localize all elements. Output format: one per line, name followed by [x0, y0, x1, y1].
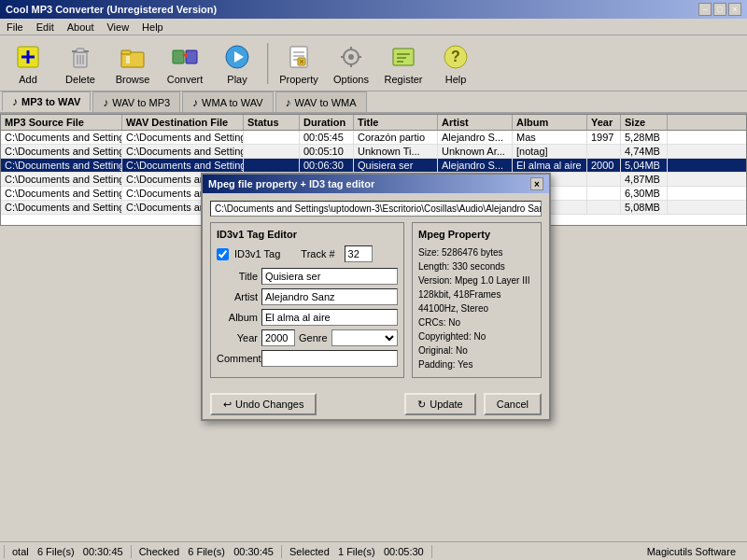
update-label: Update	[430, 399, 462, 410]
update-button[interactable]: ↻ Update	[404, 393, 475, 415]
selected-duration: 00:05:30	[384, 546, 424, 557]
mpeg-info: Size: 5286476 bytes Length: 330 seconds …	[418, 245, 535, 371]
cancel-label: Cancel	[497, 399, 529, 410]
status-total: otal 6 File(s) 00:30:45	[4, 545, 132, 558]
id3-year-genre-row: Year Genre	[217, 329, 398, 346]
dialog-buttons: ↩ Undo Changes ↻ Update Cancel	[203, 385, 549, 419]
dialog-title-text: Mpeg file property + ID3 tag editor	[208, 178, 374, 189]
id3-year-label: Year	[217, 332, 258, 343]
mpeg-property-dialog: Mpeg file property + ID3 tag editor × C:…	[201, 173, 551, 421]
id3-artist-input[interactable]	[261, 288, 398, 305]
dialog-title-bar: Mpeg file property + ID3 tag editor ×	[203, 175, 549, 193]
id3-checkbox-label: ID3v1 Tag	[234, 248, 280, 259]
mpeg-panel: Mpeg Property Size: 5286476 bytes Length…	[412, 222, 542, 378]
dialog-body: C:\Documents and Settings\uptodown-3\Esc…	[203, 193, 549, 385]
undo-icon: ↩	[223, 399, 232, 411]
brand-text: Magicutils Software	[647, 546, 736, 557]
cancel-button[interactable]: Cancel	[484, 393, 542, 415]
id3-genre-select[interactable]	[331, 329, 398, 346]
checked-files: 6 File(s)	[188, 546, 225, 557]
id3-comment-input[interactable]	[261, 350, 398, 367]
id3-track-label: Track #	[301, 248, 334, 259]
id3-album-row: Album	[217, 309, 398, 326]
total-files: 6 File(s)	[37, 546, 75, 557]
id3-album-label: Album	[217, 312, 258, 323]
id3-genre-label: Genre	[299, 332, 328, 343]
id3-album-input[interactable]	[261, 309, 398, 326]
id3-checkbox[interactable]	[217, 248, 229, 260]
status-brand: Magicutils Software	[647, 546, 743, 557]
status-checked: Checked 6 File(s) 00:30:45	[132, 545, 282, 558]
dialog-path: C:\Documents and Settings\uptodown-3\Esc…	[210, 201, 542, 217]
id3-title-label: Title	[217, 271, 258, 282]
id3-track-input[interactable]	[345, 245, 373, 262]
id3-year-input[interactable]	[261, 329, 295, 346]
total-duration: 00:30:45	[83, 546, 123, 557]
id3-checkbox-row: ID3v1 Tag Track #	[217, 245, 398, 262]
id3-comment-row: Comment	[217, 350, 398, 367]
checked-duration: 00:30:45	[233, 546, 274, 557]
id3-title-row: Title	[217, 268, 398, 285]
selected-label: Selected	[289, 546, 330, 557]
checked-label: Checked	[139, 546, 179, 557]
dialog-overlay: Mpeg file property + ID3 tag editor × C:…	[0, 0, 747, 560]
id3-artist-label: Artist	[217, 291, 258, 302]
dialog-close-button[interactable]: ×	[530, 177, 543, 190]
undo-label: Undo Changes	[235, 399, 303, 410]
selected-files: 1 File(s)	[338, 546, 375, 557]
status-bar: otal 6 File(s) 00:30:45 Checked 6 File(s…	[0, 541, 747, 560]
status-selected: Selected 1 File(s) 00:05:30	[282, 545, 432, 558]
id3-panel-title: ID3v1 Tag Editor	[217, 229, 398, 240]
undo-button[interactable]: ↩ Undo Changes	[210, 393, 317, 415]
id3-comment-label: Comment	[217, 353, 258, 364]
total-label: otal	[12, 546, 29, 557]
mpeg-panel-title: Mpeg Property	[418, 229, 535, 240]
id3-artist-row: Artist	[217, 288, 398, 305]
dialog-main: ID3v1 Tag Editor ID3v1 Tag Track # Title…	[210, 222, 542, 378]
id3-panel: ID3v1 Tag Editor ID3v1 Tag Track # Title…	[210, 222, 404, 378]
id3-title-input[interactable]	[261, 268, 398, 285]
update-icon: ↻	[417, 399, 426, 411]
